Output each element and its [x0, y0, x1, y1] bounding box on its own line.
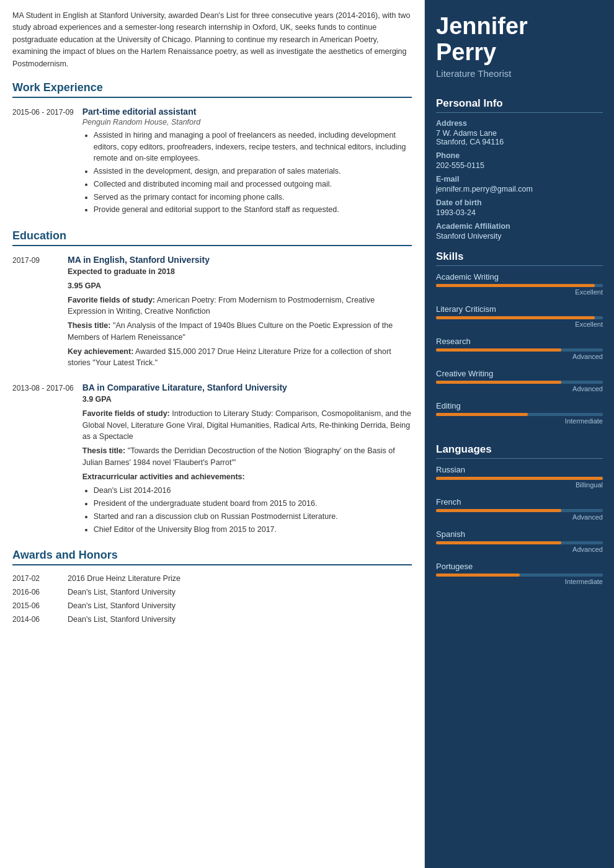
dob-label: Date of birth: [436, 198, 603, 207]
edu-title-0: MA in English, Stanford University: [68, 255, 412, 265]
lang-level-2: Advanced: [436, 546, 603, 553]
lang-bar-bg-3: [436, 574, 603, 577]
edu-thesis-label-0: Thesis title:: [68, 321, 110, 330]
lang-level-3: Intermediate: [436, 578, 603, 585]
lang-1: French Advanced: [436, 497, 603, 521]
lang-bar-fill-0: [436, 477, 603, 480]
edu-extra-bullet-1-1: President of the undergraduate student b…: [94, 498, 412, 510]
skills-title: Skills: [436, 250, 603, 266]
edu-fav-label-0: Favorite fields of study:: [68, 296, 155, 304]
edu-gpa-0: 3.95 GPA: [68, 280, 412, 292]
award-row-3: 2014-06 Dean's List, Stanford University: [12, 615, 412, 624]
work-bullet-0-1: Assisted in the development, design, and…: [94, 166, 412, 177]
work-subtitle-0: Penguin Random House, Stanford: [82, 118, 412, 126]
skills-section: Skills Academic Writing Excellent Litera…: [425, 243, 614, 436]
lang-name-0: Russian: [436, 465, 603, 474]
edu-key-0: Key achievement: Awarded $15,000 2017 Dr…: [68, 346, 412, 370]
edu-thesis-label-1: Thesis title:: [82, 446, 125, 455]
edu-entry-1: 2013-08 - 2017-06 BA in Comparative Lita…: [12, 383, 412, 536]
right-column: Jennifer Perry Literature Theorist Perso…: [425, 0, 614, 868]
edu-content-1: BA in Comparative Litarature, Stanford U…: [82, 383, 412, 536]
skill-2: Research Advanced: [436, 337, 603, 360]
award-row-2: 2015-06 Dean's List, Stanford University: [12, 601, 412, 610]
left-column: MA Student in English at Stanford Univer…: [0, 0, 425, 868]
lang-name-2: Spanish: [436, 529, 603, 539]
work-experience-section: Work Experience 2015-06 - 2017-09 Part-t…: [12, 81, 412, 217]
resume-container: MA Student in English at Stanford Univer…: [0, 0, 614, 868]
skill-bar-bg-0: [436, 284, 603, 287]
skill-name-2: Research: [436, 337, 603, 346]
skill-bar-bg-1: [436, 316, 603, 319]
email-value: jennifer.m.perry@gmail.com: [436, 185, 603, 193]
edu-fav-0: Favorite fields of study: American Poetr…: [68, 294, 412, 318]
lang-name-1: French: [436, 497, 603, 507]
edu-gpa-1: 3.9 GPA: [82, 394, 412, 405]
edu-entry-0: 2017-09 MA in English, Stanford Universi…: [12, 255, 412, 371]
edu-fav-1: Favorite fields of study: Introduction t…: [82, 408, 412, 443]
awards-section: Awards and Honors 2017-02 2016 Drue Hein…: [12, 549, 412, 624]
education-title: Education: [12, 229, 412, 246]
edu-date-1: 2013-08 - 2017-06: [12, 383, 74, 536]
edu-extra-bullet-1-2: Started and ran a discussion club on Rus…: [94, 511, 412, 523]
edu-thesis-text-1: "Towards the Derridian Decostruction of …: [82, 446, 395, 467]
intro-text: MA Student in English at Stanford Univer…: [12, 10, 412, 70]
edu-title-1: BA in Comparative Litarature, Stanford U…: [82, 383, 412, 392]
skill-bar-fill-0: [436, 284, 595, 287]
edu-fav-label-1: Favorite fields of study:: [82, 409, 170, 418]
work-title-0: Part-time editorial assistant: [82, 107, 412, 117]
affiliation-value: Stanford University: [436, 232, 603, 241]
work-bullet-0-3: Served as the primary contact for incomi…: [94, 192, 412, 203]
languages-section: Languages Russian Billingual French Adva…: [425, 436, 614, 596]
lang-level-1: Advanced: [436, 513, 603, 521]
skill-1: Literary Criticism Excellent: [436, 304, 603, 328]
award-text-0: 2016 Drue Heinz Literature Prize: [68, 574, 180, 583]
address-line2: Stanford, CA 94116: [436, 138, 603, 146]
lang-bar-bg-1: [436, 509, 603, 512]
skill-level-2: Advanced: [436, 353, 603, 360]
lang-3: Portugese Intermediate: [436, 562, 603, 585]
work-experience-title: Work Experience: [12, 81, 412, 98]
skill-name-4: Editing: [436, 401, 603, 410]
lang-bar-bg-2: [436, 541, 603, 544]
skill-name-1: Literary Criticism: [436, 304, 603, 314]
lang-bar-bg-0: [436, 477, 603, 480]
award-text-3: Dean's List, Stanford University: [68, 615, 176, 624]
phone-label: Phone: [436, 151, 603, 160]
profile-title: Literature Theorist: [436, 68, 603, 79]
edu-thesis-text-0: "An Analysis of the Impact of 1940s Blue…: [68, 321, 393, 342]
lang-bar-fill-3: [436, 574, 520, 577]
work-content-0: Part-time editorial assistant Penguin Ra…: [82, 107, 412, 217]
skill-bar-fill-3: [436, 381, 561, 384]
skill-bar-bg-3: [436, 381, 603, 384]
personal-info-title: Personal Info: [436, 97, 603, 113]
skill-3: Creative Writing Advanced: [436, 369, 603, 392]
lang-0: Russian Billingual: [436, 465, 603, 489]
work-date-0: 2015-06 - 2017-09: [12, 107, 74, 217]
lang-name-3: Portugese: [436, 562, 603, 571]
skill-bar-fill-2: [436, 348, 561, 352]
lang-level-0: Billingual: [436, 481, 603, 489]
lang-2: Spanish Advanced: [436, 529, 603, 553]
skill-4: Editing Intermediate: [436, 401, 603, 425]
award-text-2: Dean's List, Stanford University: [68, 601, 176, 610]
award-date-3: 2014-06: [12, 615, 59, 624]
work-bullet-0-0: Assisted in hiring and managing a pool o…: [94, 130, 412, 164]
email-label: E-mail: [436, 175, 603, 184]
edu-extra-bullet-1-0: Dean's List 2014-2016: [94, 485, 412, 497]
skill-bar-bg-4: [436, 413, 603, 416]
work-bullet-0-2: Collected and distributed incoming mail …: [94, 179, 412, 190]
dob-value: 1993-03-24: [436, 208, 603, 217]
skill-level-1: Excellent: [436, 321, 603, 328]
edu-thesis-1: Thesis title: "Towards the Derridian Dec…: [82, 445, 412, 469]
education-section: Education 2017-09 MA in English, Stanfor…: [12, 229, 412, 536]
award-row-0: 2017-02 2016 Drue Heinz Literature Prize: [12, 574, 412, 583]
edu-extra-bullet-1-3: Chief Editor of the University Blog from…: [94, 524, 412, 536]
award-date-1: 2016-06: [12, 588, 59, 596]
affiliation-label: Academic Affiliation: [436, 222, 603, 231]
personal-info-section: Personal Info Address 7 W. Adams Lane St…: [425, 90, 614, 243]
address-line1: 7 W. Adams Lane: [436, 129, 603, 138]
edu-extra-label-1: Extracurricular activities and achieveme…: [82, 471, 412, 483]
skill-name-3: Creative Writing: [436, 369, 603, 378]
award-row-1: 2016-06 Dean's List, Stanford University: [12, 588, 412, 596]
award-text-1: Dean's List, Stanford University: [68, 588, 176, 596]
